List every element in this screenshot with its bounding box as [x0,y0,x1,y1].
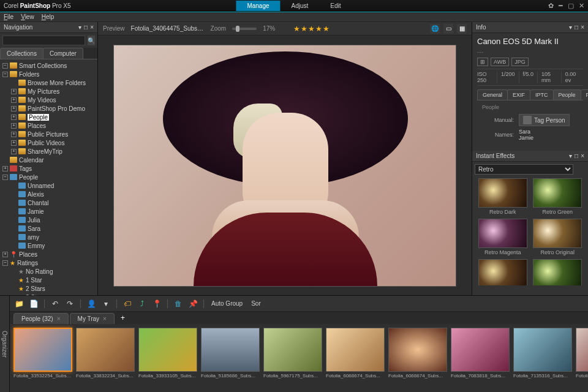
expand-icon[interactable]: + [11,89,17,94]
close-tab-icon[interactable]: × [103,315,107,322]
add-tab-button[interactable]: + [116,312,130,324]
expand-icon[interactable]: + [2,166,8,172]
effect-item[interactable]: Retro Process1 [477,259,529,285]
effect-item[interactable]: Retro Dark [477,178,529,215]
effect-item[interactable]: Retro Original [532,219,584,255]
tree-node[interactable]: +📍Places [2,250,95,258]
single-view-icon[interactable]: ▭ [443,24,453,34]
expand-icon[interactable]: − [2,175,8,180]
thumbnail[interactable]: Fotolia_6068674_Subs... [388,328,447,388]
delete-icon[interactable]: 🗑 [173,298,184,309]
expand-icon[interactable]: + [11,140,17,146]
menu-file[interactable]: File [4,13,13,20]
tree-node[interactable]: +My Videos [2,96,95,104]
effect-item[interactable]: Retro Process2 [532,259,584,285]
panel-menu-icon[interactable]: ▾ [78,24,81,31]
share-icon[interactable]: ⤴ [137,298,148,309]
panel-close-icon[interactable]: × [90,24,94,31]
info-tab-iptc[interactable]: IPTC [530,89,554,100]
expand-icon[interactable]: − [2,260,8,266]
expand-icon[interactable]: + [11,106,17,111]
thumbnail[interactable]: Fotolia_34064475_... [576,328,588,388]
zoom-slider[interactable] [232,28,257,30]
tree-node[interactable]: +Tags [2,164,95,173]
tree-node[interactable]: ★1 Star [2,276,95,284]
effect-thumb[interactable] [533,178,582,208]
info-tab-people[interactable]: People [553,89,581,100]
tree-node[interactable]: +My Pictures [2,87,95,96]
thumbnail[interactable]: Fotolia_5967175_Subs... [263,328,322,388]
panel-pin-icon[interactable]: □ [575,153,578,159]
effect-thumb[interactable] [478,178,527,208]
search-input[interactable] [2,36,85,45]
tree-node[interactable]: +ShareMyTrip [2,147,95,156]
location-icon[interactable]: 📌 [187,298,198,309]
document-icon[interactable]: 📄 [28,298,39,309]
map-pin-icon[interactable]: 📍 [151,298,162,309]
maximize-icon[interactable]: ▢ [568,2,574,10]
panel-menu-icon[interactable]: ▾ [569,153,572,159]
tag-icon[interactable]: 🏷 [122,298,133,309]
expand-icon[interactable]: + [11,115,17,120]
tree-node[interactable]: −People [2,173,95,181]
info-tab-general[interactable]: General [477,89,508,100]
zoom-knob[interactable] [236,26,239,32]
grid-view-icon[interactable]: ▦ [457,24,467,34]
thumbnail[interactable]: Fotolia_33832234_Subs... [76,328,135,388]
effects-preset-select[interactable]: Retro [475,164,573,175]
expand-icon[interactable]: − [2,72,8,77]
effect-thumb[interactable] [478,259,527,285]
tree-node[interactable]: Sara [2,224,95,233]
auto-group-button[interactable]: Auto Group [209,300,245,307]
expand-icon[interactable]: + [2,252,8,257]
expand-icon[interactable]: + [11,97,17,103]
tree-node[interactable]: Jamie [2,207,95,216]
thumbnail[interactable]: Fotolia_7083818_Subs... [451,328,510,388]
preview-image[interactable] [113,45,456,287]
tree-node[interactable]: +Places [2,121,95,130]
expand-icon[interactable]: + [11,132,17,137]
rating-stars[interactable]: ★★★★★ [293,24,330,33]
person-icon[interactable]: 👤 [86,298,97,309]
rotate-left-icon[interactable]: ↶ [50,298,61,309]
tree-node[interactable]: +People [2,113,95,121]
organizer-side-tab[interactable]: Organizer [0,296,10,392]
thumbnail[interactable]: Fotolia_33933105_Subs... [138,328,197,388]
tree-node[interactable]: +Public Pictures [2,130,95,138]
main-tab-adjust[interactable]: Adjust [281,1,320,11]
tag-person-button[interactable]: Tag Person [519,114,570,126]
panel-close-icon[interactable]: × [581,153,584,159]
search-icon[interactable]: 🔍 [88,36,95,45]
tree-node[interactable]: Calendar [2,156,95,164]
rotate-right-icon[interactable]: ↷ [64,298,75,309]
effect-item[interactable]: Retro Green [532,178,584,215]
person-name[interactable]: Sara [519,129,533,135]
info-tab-exif[interactable]: EXIF [507,89,530,100]
tree-node[interactable]: +PaintShop Pro Demo [2,104,95,113]
chevron-down-icon[interactable]: ▾ [100,298,111,309]
thumbnail[interactable]: Fotolia_6068674_Subs... [326,328,385,388]
tree-node[interactable]: −★Ratings [2,258,95,267]
expand-icon[interactable]: + [11,149,17,154]
organizer-tab[interactable]: People (32)× [13,313,69,324]
tree-node[interactable]: Alexis [2,190,95,198]
organizer-tab[interactable]: My Tray× [70,313,115,324]
minimize-icon[interactable]: ━ [559,2,563,10]
tree-node[interactable]: Chantal [2,198,95,207]
globe-icon[interactable]: 🌐 [430,24,440,34]
menu-view[interactable]: View [21,13,34,20]
tree-node[interactable]: Browse More Folders [2,78,95,87]
person-name[interactable]: Jamie [519,135,533,141]
expand-icon[interactable]: − [2,63,8,69]
nav-tab-collections[interactable]: Collections [0,48,43,59]
effect-item[interactable]: Retro Magenta [477,219,529,255]
sort-button[interactable]: Sor [249,300,263,307]
panel-pin-icon[interactable]: □ [84,24,88,31]
close-tab-icon[interactable]: × [57,315,61,322]
tree-node[interactable]: +Public Videos [2,138,95,147]
nav-tab-computer[interactable]: Computer [43,48,83,59]
settings-icon[interactable]: ✿ [548,2,554,10]
effect-thumb[interactable] [478,219,527,248]
tree-node[interactable]: Julia [2,216,95,224]
tree-node[interactable]: Unnamed [2,181,95,190]
